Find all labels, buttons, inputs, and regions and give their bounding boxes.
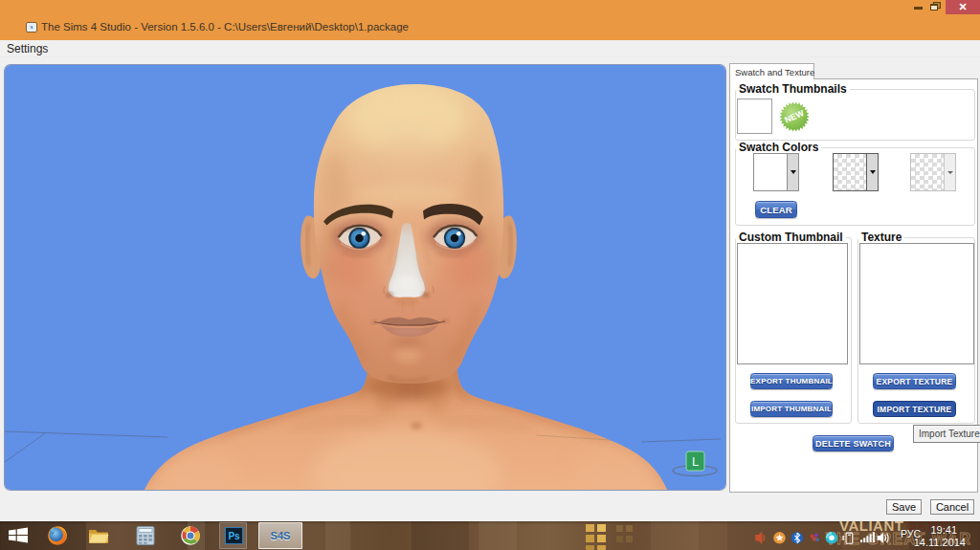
svg-text:L: L: [692, 454, 699, 469]
